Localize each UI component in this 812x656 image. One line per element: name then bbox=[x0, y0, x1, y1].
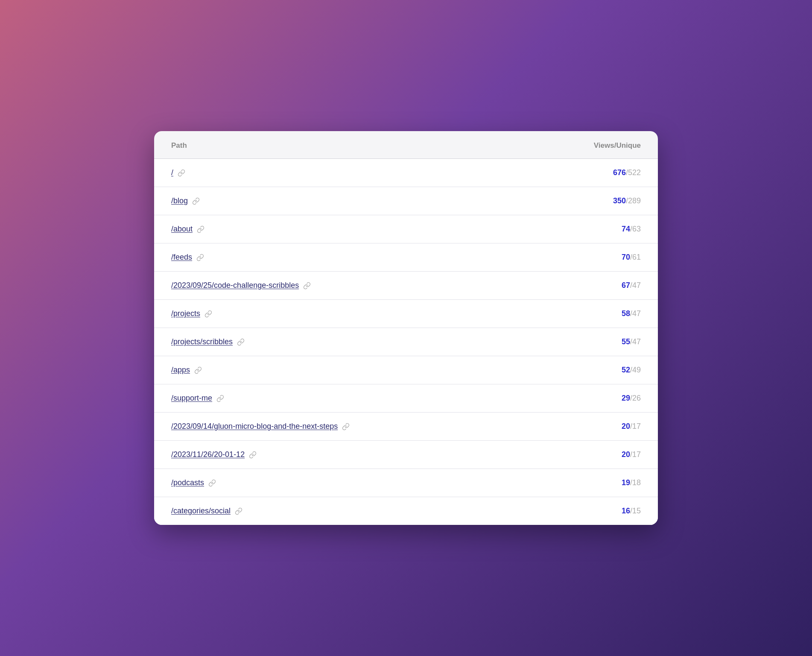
external-link-icon[interactable] bbox=[194, 366, 202, 374]
row-views: 20 / 17 bbox=[622, 422, 641, 431]
table-row: /2023/09/14/gluon-micro-blog-and-the-nex… bbox=[154, 413, 658, 441]
views-count: 16 bbox=[622, 507, 630, 515]
row-views: 19 / 18 bbox=[622, 478, 641, 487]
path-link[interactable]: /projects bbox=[171, 309, 200, 318]
col-views-header: Views/Unique bbox=[594, 141, 641, 150]
external-link-icon[interactable] bbox=[196, 254, 204, 261]
external-link-icon[interactable] bbox=[192, 197, 200, 205]
external-link-icon[interactable] bbox=[208, 479, 216, 487]
table-row: / 676 / 522 bbox=[154, 159, 658, 187]
views-count: 676 bbox=[613, 168, 626, 177]
row-path-container: /blog bbox=[171, 196, 200, 205]
external-link-icon[interactable] bbox=[197, 226, 204, 233]
path-link[interactable]: /2023/09/14/gluon-micro-blog-and-the-nex… bbox=[171, 422, 338, 431]
row-views: 70 / 61 bbox=[622, 253, 641, 262]
external-link-icon[interactable] bbox=[303, 282, 311, 290]
row-path-container: /projects/scribbles bbox=[171, 337, 245, 346]
path-link[interactable]: /2023/11/26/20-01-12 bbox=[171, 450, 245, 459]
unique-count: 17 bbox=[632, 450, 641, 459]
unique-count: 18 bbox=[632, 478, 641, 487]
path-link[interactable]: /blog bbox=[171, 196, 188, 205]
path-link[interactable]: /categories/social bbox=[171, 507, 231, 515]
row-path-container: /2023/09/25/code-challenge-scribbles bbox=[171, 281, 311, 290]
views-count: 20 bbox=[622, 422, 630, 431]
row-views: 67 / 47 bbox=[622, 281, 641, 290]
path-link[interactable]: /about bbox=[171, 225, 193, 234]
row-views: 350 / 289 bbox=[613, 196, 641, 205]
views-count: 55 bbox=[622, 337, 630, 346]
row-views: 29 / 26 bbox=[622, 394, 641, 403]
external-link-icon[interactable] bbox=[204, 310, 212, 318]
external-link-icon[interactable] bbox=[342, 423, 350, 430]
unique-count: 47 bbox=[632, 337, 641, 346]
table-row: /projects 58 / 47 bbox=[154, 300, 658, 328]
table-row: /apps 52 / 49 bbox=[154, 356, 658, 384]
unique-count: 17 bbox=[632, 422, 641, 431]
external-link-icon[interactable] bbox=[235, 507, 242, 515]
row-views: 20 / 17 bbox=[622, 450, 641, 459]
unique-count: 47 bbox=[632, 281, 641, 290]
row-path-container: /2023/09/14/gluon-micro-blog-and-the-nex… bbox=[171, 422, 350, 431]
row-path-container: /about bbox=[171, 225, 204, 234]
external-link-icon[interactable] bbox=[216, 395, 224, 402]
path-link[interactable]: /projects/scribbles bbox=[171, 337, 233, 346]
table-row: /2023/09/25/code-challenge-scribbles 67 … bbox=[154, 272, 658, 300]
external-link-icon[interactable] bbox=[249, 451, 257, 459]
table-row: /feeds 70 / 61 bbox=[154, 243, 658, 272]
table-row: /about 74 / 63 bbox=[154, 215, 658, 243]
unique-count: 63 bbox=[632, 225, 641, 234]
external-link-icon[interactable] bbox=[178, 169, 185, 177]
row-path-container: /feeds bbox=[171, 253, 204, 262]
row-views: 74 / 63 bbox=[622, 225, 641, 234]
views-count: 67 bbox=[622, 281, 630, 290]
views-count: 20 bbox=[622, 450, 630, 459]
unique-count: 47 bbox=[632, 309, 641, 318]
row-path-container: /support-me bbox=[171, 394, 224, 403]
path-link[interactable]: /2023/09/25/code-challenge-scribbles bbox=[171, 281, 299, 290]
views-count: 350 bbox=[613, 196, 626, 205]
table-row: /blog 350 / 289 bbox=[154, 187, 658, 215]
path-link[interactable]: /apps bbox=[171, 366, 190, 375]
unique-count: 289 bbox=[628, 196, 641, 205]
unique-count: 61 bbox=[632, 253, 641, 262]
unique-count: 26 bbox=[632, 394, 641, 403]
row-views: 55 / 47 bbox=[622, 337, 641, 346]
table-row: /2023/11/26/20-01-12 20 / 17 bbox=[154, 441, 658, 469]
row-path-container: /categories/social bbox=[171, 507, 242, 515]
row-path-container: /projects bbox=[171, 309, 212, 318]
table-row: /podcasts 19 / 18 bbox=[154, 469, 658, 497]
row-views: 676 / 522 bbox=[613, 168, 641, 177]
path-link[interactable]: /feeds bbox=[171, 253, 192, 262]
unique-count: 15 bbox=[632, 507, 641, 515]
views-count: 52 bbox=[622, 366, 630, 375]
row-views: 52 / 49 bbox=[622, 366, 641, 375]
views-count: 70 bbox=[622, 253, 630, 262]
views-count: 19 bbox=[622, 478, 630, 487]
path-link[interactable]: /podcasts bbox=[171, 478, 204, 487]
row-views: 58 / 47 bbox=[622, 309, 641, 318]
table-body: / 676 / 522 /blog 350 / bbox=[154, 159, 658, 525]
table-header: Path Views/Unique bbox=[154, 131, 658, 159]
unique-count: 522 bbox=[628, 168, 641, 177]
col-path-header: Path bbox=[171, 141, 187, 150]
external-link-icon[interactable] bbox=[237, 338, 245, 346]
row-path-container: / bbox=[171, 168, 185, 177]
path-link[interactable]: /support-me bbox=[171, 394, 212, 403]
table-row: /projects/scribbles 55 / 47 bbox=[154, 328, 658, 356]
analytics-card: Path Views/Unique / 676 / 522 /blog bbox=[154, 131, 658, 525]
unique-count: 49 bbox=[632, 366, 641, 375]
views-count: 58 bbox=[622, 309, 630, 318]
row-path-container: /apps bbox=[171, 366, 202, 375]
row-path-container: /2023/11/26/20-01-12 bbox=[171, 450, 257, 459]
table-row: /categories/social 16 / 15 bbox=[154, 497, 658, 525]
row-path-container: /podcasts bbox=[171, 478, 216, 487]
row-views: 16 / 15 bbox=[622, 507, 641, 515]
views-count: 29 bbox=[622, 394, 630, 403]
views-count: 74 bbox=[622, 225, 630, 234]
table-row: /support-me 29 / 26 bbox=[154, 384, 658, 413]
path-link[interactable]: / bbox=[171, 168, 173, 177]
